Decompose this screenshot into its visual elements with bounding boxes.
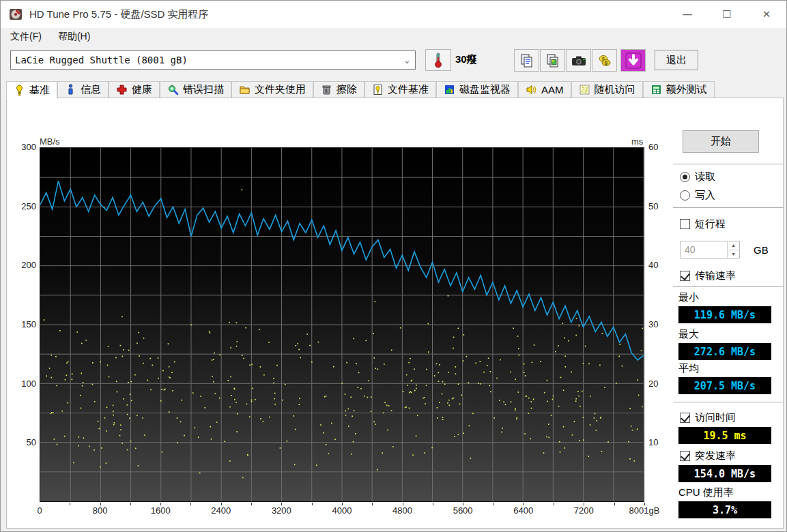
spinner-down-icon[interactable]: ▼ [728,250,739,258]
x-axis-minor-tick [251,503,252,505]
access-time-display: 19.5 ms [678,427,771,444]
maximize-button[interactable]: ☐ [707,1,747,28]
screenshot-button[interactable] [566,49,591,72]
window-title: HD Tune Pro 5.75 - 硬盘/SSD 实用程序 [29,8,209,21]
short-stroke-size-spinner[interactable]: 40 ▲ ▼ [680,241,740,258]
avg-label: 平均 [678,362,699,375]
xlab-tick: 4800 [392,505,412,516]
x-axis-minor-tick [524,503,524,505]
copy-image-button[interactable] [540,49,565,72]
access-time-label: 访问时间 [695,411,736,424]
copy-image-icon [545,53,560,68]
tab-benchmark[interactable]: 基准 [6,81,57,99]
xlab-tick: 5600 [453,505,473,516]
file-benchmark-icon [372,84,384,95]
read-radio[interactable]: 读取 [680,171,715,183]
transfer-rate-label: 传输速率 [695,269,736,282]
app-icon [9,8,23,21]
short-stroke-checkbox[interactable]: 短行程 [680,218,726,231]
x-axis-minor-tick [312,503,313,505]
checkbox-checked-icon [680,451,690,461]
burst-rate-checkbox[interactable]: 突发速率 [680,449,736,462]
tab-disk-monitor[interactable]: 磁盘监视器 [436,81,518,98]
temperature-value: 30癈 [455,53,477,66]
benchmark-chart [40,147,644,502]
close-button[interactable]: ✕ [747,1,786,28]
menu-file[interactable]: 文件(F) [3,29,48,45]
tab-bar: 基准 信息 健康 错误扫描 [6,81,782,98]
update-button[interactable] [620,49,646,72]
drive-selector[interactable]: LaCie Rugged Shuttle (8001 gB) ⌄ [10,50,416,70]
exit-button[interactable]: 退出 [655,50,698,70]
avg-value-display: 207.5 MB/s [678,377,771,394]
write-radio-label: 写入 [695,189,715,202]
gb-unit-label: GB [754,244,769,256]
donate-button[interactable]: $ $ [592,49,617,72]
burst-rate-label: 突发速率 [695,449,736,462]
tab-info[interactable]: 信息 [57,81,109,98]
x-axis-minor-tick [614,503,615,505]
aam-icon [526,84,537,95]
ylab-tick: 100 [13,379,36,389]
start-button[interactable]: 开始 [683,130,759,153]
copy-text-button[interactable] [514,49,539,72]
benchmark-icon [14,85,25,96]
ylab-tick: 50 [13,437,36,447]
read-radio-label: 读取 [695,171,715,183]
xlab-tick: 800 [93,505,108,516]
ylab-tick: 250 [13,201,36,211]
x-axis-minor-tick [403,503,403,505]
menu-help[interactable]: 帮助(H) [51,29,97,45]
x-axis-minor-tick [130,503,131,505]
tab-error-scan[interactable]: 错误扫描 [160,81,231,98]
yrlab-tick: 30 [648,319,658,329]
minimize-button[interactable]: — [668,1,707,28]
title-bar: HD Tune Pro 5.75 - 硬盘/SSD 实用程序 — ☐ ✕ [1,1,786,28]
yrlab-tick: 60 [648,142,658,152]
error-scan-icon [167,84,179,95]
start-button-label: 开始 [711,135,731,148]
radio-selected-icon [680,172,690,182]
min-value-display: 119.6 MB/s [678,306,771,323]
spinner-arrows[interactable]: ▲ ▼ [727,241,739,258]
tab-erase[interactable]: 擦除 [313,81,364,98]
xlab-tick: 2400 [211,505,231,516]
spinner-value: 40 [681,241,727,258]
x-axis-minor-tick [100,503,101,505]
tab-label: 磁盘监视器 [459,83,511,96]
yrlab-tick: 40 [648,260,658,270]
write-radio[interactable]: 写入 [680,189,715,202]
xlab-tick: 7200 [574,505,594,516]
checkbox-checked-icon [680,413,690,423]
transfer-rate-checkbox[interactable]: 传输速率 [680,269,736,282]
short-stroke-label: 短行程 [695,218,726,231]
tab-extra-tests[interactable]: 额外测试 [643,81,715,98]
tab-label: 信息 [81,83,101,96]
separator [673,164,784,164]
right-axis-unit: ms [631,136,643,147]
spinner-up-icon[interactable]: ▲ [728,241,739,250]
temperature-button[interactable] [425,49,451,71]
burst-rate-display: 154.0 MB/s [678,465,771,482]
yrlab-tick: 20 [648,379,658,389]
download-arrow-icon [625,53,642,69]
folder-usage-icon [239,84,251,95]
tab-aam[interactable]: AAM [518,81,571,98]
separator [673,207,784,208]
x-axis-minor-tick [70,503,70,505]
tab-folder-usage[interactable]: 文件夹使用 [231,81,313,98]
chevron-down-icon: ⌄ [405,55,410,65]
access-time-checkbox[interactable]: 访问时间 [680,411,736,424]
x-axis-minor-tick [644,503,645,505]
disk-monitor-icon [444,84,455,95]
max-value-display: 272.6 MB/s [678,343,771,360]
xlab-tick: 8001gB [629,505,660,516]
yrlab-tick: 50 [648,201,658,211]
tab-label: 错误扫描 [183,83,224,96]
x-axis-minor-tick [554,503,554,505]
tab-file-benchmark[interactable]: 文件基准 [364,81,436,98]
tab-random-access[interactable]: 随机访问 [571,81,643,98]
x-axis-minor-tick [584,503,584,505]
tab-health[interactable]: 健康 [109,81,160,98]
xlab-tick: 3200 [272,505,291,516]
